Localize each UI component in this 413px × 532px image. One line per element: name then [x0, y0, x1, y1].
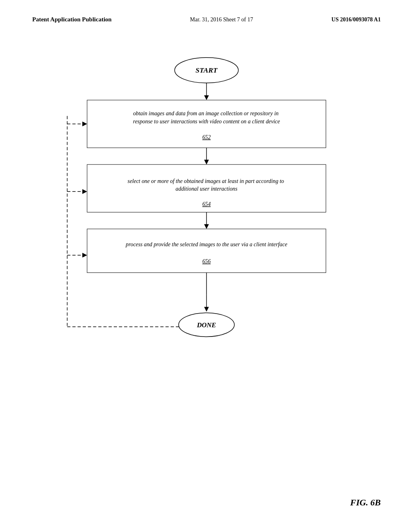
flowchart-svg: START obtain images and data from an ima…	[32, 48, 381, 351]
patent-number-label: US 2016/0093078 A1	[332, 17, 381, 23]
svg-marker-7	[82, 122, 87, 127]
svg-marker-23	[204, 307, 209, 312]
box2-ref: 654	[202, 201, 211, 207]
box3-ref: 656	[202, 258, 211, 264]
box1-ref: 652	[202, 134, 211, 140]
svg-rect-18	[87, 229, 326, 273]
done-label: DONE	[196, 321, 216, 329]
svg-marker-9	[204, 160, 209, 164]
svg-text:process and provide the select: process and provide the selected images …	[125, 241, 288, 247]
svg-marker-2	[204, 95, 209, 100]
date-sheet-label: Mar. 31, 2016 Sheet 7 of 17	[190, 17, 253, 23]
svg-marker-11	[82, 189, 87, 194]
publication-label: Patent Application Publication	[32, 16, 112, 23]
svg-marker-17	[82, 253, 87, 258]
fig-label: FIG. 6B	[350, 497, 381, 508]
diagram-container: START obtain images and data from an ima…	[32, 48, 381, 459]
start-label: START	[196, 66, 218, 74]
svg-marker-15	[204, 224, 209, 229]
header: Patent Application Publication Mar. 31, …	[0, 16, 413, 23]
